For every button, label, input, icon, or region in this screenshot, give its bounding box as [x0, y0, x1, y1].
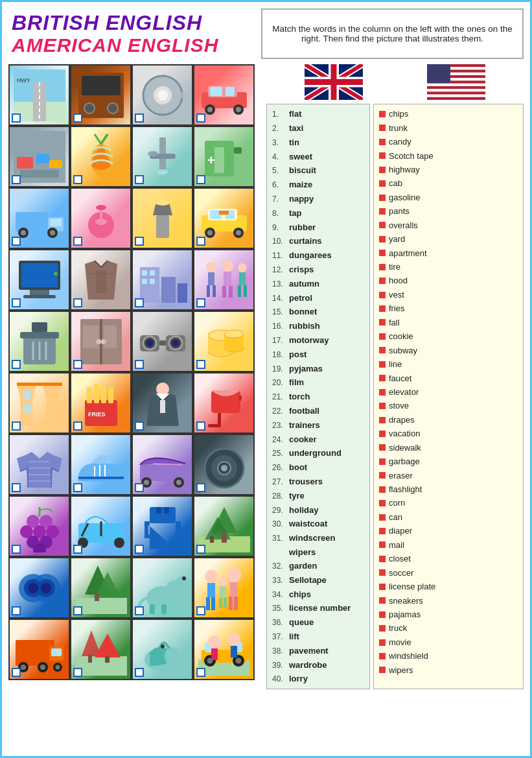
red-square-icon [379, 472, 386, 479]
red-square-icon [379, 319, 386, 326]
checkbox-38[interactable] [73, 668, 82, 677]
red-square-icon [379, 528, 386, 534]
checkbox-35[interactable] [135, 606, 144, 615]
checkbox-15[interactable] [135, 298, 144, 307]
checkbox-36[interactable] [196, 606, 205, 615]
british-word-item: 32.garden [272, 559, 364, 573]
checkbox-37[interactable] [12, 668, 21, 677]
checkbox-30[interactable] [73, 545, 82, 554]
checkbox-8[interactable] [196, 175, 205, 184]
svg-point-196 [55, 665, 60, 669]
svg-line-49 [143, 196, 159, 204]
svg-point-58 [207, 230, 213, 235]
checkbox-25[interactable] [12, 483, 21, 492]
svg-rect-186 [219, 598, 222, 608]
checkbox-24[interactable] [196, 421, 205, 431]
svg-point-172 [176, 576, 189, 587]
grid-cell-39 [132, 619, 193, 680]
grid-cell-12 [193, 187, 255, 249]
checkbox-29[interactable] [12, 545, 21, 554]
svg-rect-66 [96, 270, 106, 293]
checkbox-10[interactable] [73, 237, 82, 246]
grid-cell-25 [8, 434, 70, 495]
checkbox-22[interactable] [73, 421, 82, 431]
svg-rect-223 [427, 86, 485, 89]
checkbox-4[interactable] [196, 113, 205, 123]
svg-rect-23 [17, 157, 33, 169]
checkbox-18[interactable] [73, 360, 82, 369]
american-word-item: trunk [379, 121, 518, 135]
checkbox-1[interactable] [12, 113, 21, 123]
american-word-item: elevator [379, 385, 518, 399]
checkbox-14[interactable] [73, 298, 82, 307]
american-word-item: faucet [379, 372, 518, 385]
checkbox-31[interactable] [135, 545, 144, 554]
checkbox-19[interactable] [135, 360, 144, 369]
british-word-item: 7.nappy [272, 192, 364, 206]
american-word-item: mail [379, 538, 518, 552]
american-word-item: Scotch tape [379, 149, 518, 163]
checkbox-40[interactable] [196, 668, 205, 677]
checkbox-39[interactable] [135, 668, 144, 677]
svg-rect-187 [224, 598, 227, 608]
british-word-item: 31.windscreen wipers [272, 531, 364, 559]
checkbox-23[interactable] [135, 421, 144, 431]
checkbox-9[interactable] [12, 237, 21, 246]
checkbox-7[interactable] [135, 175, 144, 184]
checkbox-20[interactable] [196, 360, 205, 369]
american-word-item: vest [379, 288, 518, 302]
checkbox-11[interactable] [135, 237, 144, 246]
svg-point-204 [161, 645, 165, 648]
american-word-item: truck [379, 621, 518, 635]
svg-rect-6 [82, 76, 121, 95]
checkbox-34[interactable] [73, 606, 82, 615]
american-word-item: wipers [379, 663, 518, 677]
checkbox-27[interactable] [135, 483, 144, 492]
red-square-icon [379, 625, 386, 632]
svg-rect-70 [142, 270, 147, 276]
svg-rect-185 [220, 586, 226, 598]
checkbox-33[interactable] [12, 606, 21, 615]
american-word-item: corn [379, 496, 518, 510]
svg-rect-154 [164, 507, 169, 514]
title-american: AMERICAN ENGLISH [12, 34, 251, 56]
american-word-item: line [379, 357, 518, 371]
checkbox-3[interactable] [135, 113, 144, 123]
grid-cell-1: HWY [8, 64, 70, 126]
svg-rect-166 [75, 598, 127, 614]
american-word-item: flashlight [379, 482, 518, 496]
svg-rect-77 [213, 285, 216, 297]
checkbox-26[interactable] [73, 483, 82, 492]
red-square-icon [379, 569, 386, 576]
american-word-item: highway [379, 163, 518, 176]
svg-rect-71 [150, 270, 155, 276]
british-word-item: 26.boot [272, 460, 364, 475]
svg-point-102 [146, 340, 153, 346]
british-word-item: 10.curtains [272, 234, 364, 248]
svg-rect-118 [108, 387, 113, 403]
checkbox-32[interactable] [196, 545, 205, 554]
grid-cell-26 [70, 434, 132, 495]
svg-point-184 [218, 577, 227, 586]
red-square-icon [379, 278, 386, 284]
checkbox-28[interactable] [196, 483, 205, 492]
red-square-icon [379, 333, 386, 340]
svg-point-19 [207, 107, 213, 112]
checkbox-17[interactable] [12, 360, 21, 369]
checkbox-16[interactable] [196, 298, 205, 307]
svg-rect-72 [142, 279, 147, 284]
grid-cell-3 [132, 64, 193, 126]
red-square-icon [379, 458, 386, 465]
checkbox-21[interactable] [12, 421, 21, 431]
checkbox-6[interactable] [73, 175, 82, 184]
columns-container: 1.flat2.taxi3.tin4.sweet5.biscuit6.maize… [266, 104, 524, 689]
svg-point-164 [28, 583, 38, 593]
svg-rect-159 [210, 536, 214, 543]
svg-rect-111 [17, 383, 62, 386]
svg-point-138 [221, 465, 227, 471]
checkbox-2[interactable] [73, 113, 82, 123]
checkbox-13[interactable] [12, 298, 21, 307]
checkbox-12[interactable] [196, 237, 205, 246]
checkbox-5[interactable] [12, 175, 21, 184]
svg-point-212 [235, 657, 241, 663]
